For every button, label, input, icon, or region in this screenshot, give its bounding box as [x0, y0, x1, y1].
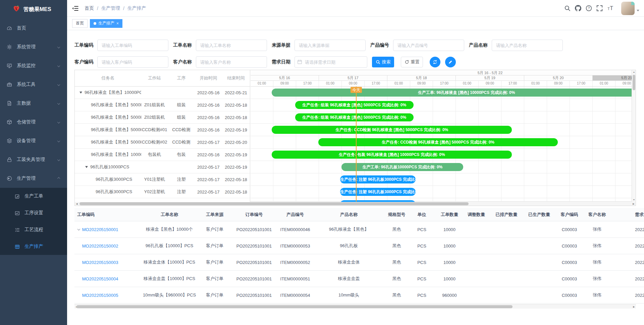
scrollbar-thumb[interactable]	[79, 202, 469, 205]
search-button[interactable]: 搜索	[372, 57, 394, 67]
help-icon[interactable]: ?	[586, 5, 592, 11]
avatar[interactable]	[621, 2, 635, 15]
work-order-name-input[interactable]	[196, 40, 267, 51]
table-row[interactable]: MO202205150001移液盒【黑色】10000个客户订单PO2022051…	[74, 221, 644, 238]
gantt-task-row[interactable]: 96孔移液盒【黑色】10000PCS2022-05-162022-05-21	[75, 87, 250, 99]
gantt-workorder-bar[interactable]: 生产工单: 96孔移液盒 [黑色] 10000PCS 完成比例: 0%	[272, 89, 632, 97]
gantt-timeline: 5月 16 - 5月 22 5月 165月 175月 185月 195月 205…	[251, 70, 632, 202]
work-order-link[interactable]: MO202205150002	[82, 243, 118, 249]
gantt-task-bar[interactable]: 生产任务: 注塑 96孔孔板3000PCS 完成比例: 0%	[340, 200, 415, 202]
product-code-input[interactable]	[393, 40, 464, 51]
toolbox-icon	[7, 82, 12, 87]
scroll-right-icon[interactable]: ▶	[632, 202, 636, 206]
scroll-left-icon[interactable]: ◀	[75, 202, 79, 206]
work-order-link[interactable]: MO202205150004	[82, 276, 118, 281]
customer-code-input[interactable]	[97, 56, 168, 68]
breadcrumb-separator: /	[97, 6, 98, 11]
font-size-icon[interactable]: TT	[607, 5, 613, 11]
reset-button[interactable]: 重置	[401, 57, 423, 67]
svg-text:T: T	[610, 5, 613, 11]
user-menu[interactable]	[621, 2, 639, 15]
gantt-task-bar[interactable]: 生产任务: CCD检测 96孔移液盒 [黑色] 5000PCS 完成比例: 0%	[272, 126, 512, 134]
sidebar-item-production[interactable]: 生产管理	[0, 169, 67, 188]
search-icon[interactable]	[564, 5, 571, 11]
scrollbar-thumb[interactable]	[633, 75, 635, 90]
sidebar-subitem-work-order[interactable]: 生产工单	[0, 188, 67, 205]
gantt-task-bar[interactable]: 生产任务: 注塑 96孔孔板3000PCS 完成比例: 0%	[340, 188, 415, 196]
table-row[interactable]: MO20220515000296孔孔板【10000】PCS客户订单PO20220…	[74, 238, 644, 254]
sidebar-item-label: 主数据	[17, 100, 58, 106]
sidebar-item-system-admin[interactable]: 系统管理	[0, 38, 67, 56]
product-name-input[interactable]	[492, 40, 563, 51]
scroll-right-icon[interactable]: ▶	[632, 305, 636, 309]
sidebar-item-fixture[interactable]: 工装夹具管理	[0, 150, 67, 169]
close-icon[interactable]: ×	[116, 21, 119, 26]
tab-scheduling[interactable]: 生产排产×	[90, 19, 122, 28]
gantt-process: CCD检测	[168, 127, 195, 133]
gantt-columns-header: 任务名工作站工序开始时间结束时间	[75, 70, 250, 87]
source-doc-input[interactable]	[294, 40, 366, 51]
gantt-process: 组装	[168, 114, 195, 120]
work-order-link[interactable]: MO202205150005	[82, 293, 118, 298]
tab-home[interactable]: 首页	[72, 19, 88, 28]
sidebar-item-system-tools[interactable]: 系统工具	[0, 75, 67, 94]
sidebar-item-home[interactable]: 首页	[0, 19, 67, 38]
page-content: 工单编码工单名称来源单据产品编号产品名称 客户编码客户名称需求日期 搜索 重置	[67, 30, 644, 325]
scroll-down-icon[interactable]: ▼	[632, 198, 636, 202]
caret-down-icon[interactable]	[79, 92, 82, 94]
refresh-schedule-button[interactable]	[430, 57, 440, 67]
gantt-task-row[interactable]: 96孔孔板10000PCS2022-05-172022-05-19	[75, 161, 250, 173]
scrollbar-thumb[interactable]	[76, 305, 513, 308]
table-row[interactable]: MO202205150004移液盒盒盖【10000】PCS客户订单PO20220…	[74, 271, 644, 287]
table-cell-3: PO202205101001	[231, 293, 277, 298]
table-row[interactable]: MO202205150003移液盒盒体【10000】PCS客户订单PO20220…	[74, 254, 644, 271]
work-order-link[interactable]: MO202205150003	[82, 260, 118, 265]
gantt-task-bar[interactable]: 生产任务: 组装 96孔移液盒 [黑色] 5000PCS 完成比例: 0%	[295, 113, 414, 121]
breadcrumb-item[interactable]: 生产管理	[101, 5, 120, 11]
sidebar-item-master-data[interactable]: 主数据	[0, 94, 67, 113]
sidebar-item-warehouse[interactable]: 仓储管理	[0, 113, 67, 131]
github-icon[interactable]	[575, 5, 581, 11]
table-cell-12: C00003	[553, 276, 585, 281]
gantt-hour-cell: 01:00	[387, 81, 410, 86]
gantt-task-row[interactable]: 96孔移液盒【黑色】10000PCS包装机包装2022-05-162022-05…	[75, 149, 250, 161]
top-navbar: 首页/生产管理/生产排产 ? TT	[67, 0, 644, 17]
edit-schedule-button[interactable]	[445, 57, 456, 67]
gantt-task-row[interactable]: 96孔移液盒【黑色】5000PCSZ01组装机组装2022-05-162022-…	[75, 99, 250, 111]
table-cell-1: 移液盒盒盖【10000】PCS	[141, 276, 198, 282]
gantt-end-date: 2022-05-19	[222, 127, 250, 132]
gantt-task-bar[interactable]: 生产任务: 包装 96孔移液盒 [黑色] 10000PCS 完成比例: 0%	[272, 151, 512, 159]
sidebar-subitem-process-flow[interactable]: 工艺流程	[0, 221, 67, 238]
caret-down-icon[interactable]	[85, 166, 88, 168]
table-row[interactable]: MO20220515000510mm吸头【960000】PCS客户订单PO202…	[74, 287, 644, 304]
scroll-up-icon[interactable]: ▲	[632, 70, 636, 74]
search-icon	[376, 60, 380, 64]
menu-fold-icon[interactable]	[72, 5, 78, 12]
search-button-label: 搜索	[382, 59, 391, 65]
orders-table-body: MO202205150001移液盒【黑色】10000个客户订单PO2022051…	[74, 221, 644, 304]
gantt-task-row[interactable]: 96孔移液盒【黑色】5000PCSCCD检测#01CCD检测2022-05-16…	[75, 124, 250, 136]
gantt-task-row[interactable]: 96孔孔板3000PCSY03注塑机注塑2022-05-172022-05-18	[75, 198, 250, 202]
gantt-task-bar[interactable]: 生产任务: CCD检测 96孔移液盒 [黑色] 5000PCS 完成比例: 0%	[318, 138, 558, 146]
gantt-task-bar[interactable]: 生产任务: 组装 96孔移液盒 [黑色] 5000PCS 完成比例: 0%	[295, 101, 414, 109]
expand-caret-icon[interactable]	[77, 228, 80, 230]
work-order-link[interactable]: MO202205150001	[82, 227, 118, 232]
breadcrumb-item[interactable]: 生产排产	[127, 5, 146, 11]
gantt-task-row[interactable]: 96孔移液盒【黑色】5000PCSZ02组装机组装2022-05-162022-…	[75, 111, 250, 124]
sidebar-subitem-scheduling[interactable]: 生产排产	[0, 238, 67, 255]
gantt-vertical-scrollbar[interactable]: ▲ ▼	[632, 70, 636, 202]
table-horizontal-scrollbar[interactable]: ◀ ▶	[74, 304, 636, 309]
gantt-task-row[interactable]: 96孔孔板3000PCSY02注塑机注塑2022-05-172022-05-18	[75, 186, 250, 198]
sidebar-subitem-process-setup[interactable]: 工序设置	[0, 205, 67, 221]
sidebar-item-system-monitor[interactable]: 系统监控	[0, 56, 67, 75]
gantt-task-row[interactable]: 96孔移液盒【黑色】5000PCSCCD检测#02CCD检测2022-05-17…	[75, 136, 250, 149]
gantt-task-row[interactable]: 96孔孔板3000PCSY01注塑机注塑2022-05-172022-05-18	[75, 173, 250, 186]
gantt-task-bar[interactable]: 生产任务: 注塑 96孔孔板3000PCS 完成比例: 0%	[340, 175, 415, 183]
customer-name-input[interactable]	[196, 56, 267, 68]
work-order-code-input[interactable]	[97, 40, 168, 51]
sidebar-item-equipment[interactable]: 设备管理	[0, 131, 67, 150]
gantt-workorder-bar[interactable]: 生产工单: 96孔孔板10000PCS 完成比例: 0%	[341, 163, 463, 171]
fullscreen-icon[interactable]	[596, 5, 603, 11]
demand-date-input[interactable]	[294, 56, 367, 68]
gantt-task-name: 96孔移液盒【黑色】5000PCS	[75, 114, 141, 120]
